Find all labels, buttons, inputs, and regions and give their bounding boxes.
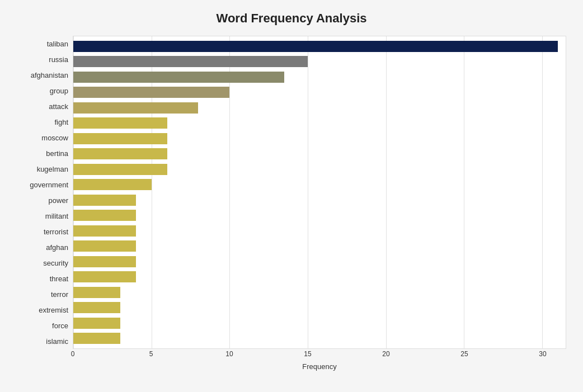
bar-row [73, 208, 566, 223]
y-label: bertina [17, 145, 73, 161]
bar-row [73, 101, 566, 115]
y-label: moscow [17, 130, 73, 145]
bar-row [73, 116, 566, 130]
y-label: extremist [17, 302, 73, 318]
y-labels: talibanrussiaafghanistangroupattackfight… [17, 36, 73, 349]
bar [73, 102, 198, 114]
bar-rows [73, 36, 566, 348]
bar-row [73, 162, 566, 177]
bars-section: talibanrussiaafghanistangroupattackfight… [17, 36, 566, 349]
y-label: fight [17, 114, 73, 130]
bar-row [73, 224, 566, 238]
y-label: islamic [17, 333, 73, 349]
bar [73, 72, 284, 83]
bar-row [73, 270, 566, 284]
bar-row [73, 193, 566, 207]
y-label: power [17, 192, 73, 208]
bar-row [73, 177, 566, 192]
chart-area: talibanrussiaafghanistangroupattackfight… [17, 36, 566, 350]
bar-row [73, 70, 566, 84]
bar [73, 41, 558, 52]
y-label: group [17, 83, 73, 98]
x-tick: 10 [225, 350, 233, 358]
bar [73, 133, 167, 144]
bar [73, 87, 229, 98]
bar [73, 256, 136, 267]
bar-row [73, 331, 566, 346]
bar [73, 271, 136, 282]
bar [73, 333, 120, 344]
bar-row [73, 54, 566, 69]
x-axis-label: Frequency [73, 362, 566, 371]
bar [73, 148, 167, 159]
y-label: taliban [17, 36, 73, 51]
bar [73, 225, 136, 237]
bar [73, 117, 167, 129]
bar [73, 302, 120, 313]
chart-title: Word Frequency Analysis [17, 11, 566, 26]
y-label: afghan [17, 239, 73, 255]
y-label: russia [17, 51, 73, 67]
bar-row [73, 316, 566, 330]
bar [73, 287, 120, 298]
bar [73, 179, 152, 190]
bar-row [73, 300, 566, 315]
bar [73, 164, 167, 175]
x-tick: 30 [539, 350, 546, 358]
bar-row [73, 131, 566, 146]
bar-row [73, 147, 566, 161]
x-tick: 15 [304, 350, 311, 358]
bar-row [73, 85, 566, 100]
bar-row [73, 254, 566, 269]
bar [73, 318, 120, 329]
y-label: terrorist [17, 224, 73, 239]
y-label: terror [17, 286, 73, 302]
y-label: afghanistan [17, 67, 73, 83]
y-label: attack [17, 98, 73, 114]
y-label: security [17, 255, 73, 271]
x-tick: 20 [382, 350, 389, 358]
bar [73, 56, 308, 67]
bar-row [73, 285, 566, 300]
x-tick: 0 [71, 350, 75, 358]
x-axis: 051015202530 Frequency [73, 349, 566, 371]
y-label: force [17, 318, 73, 333]
y-label: government [17, 177, 73, 192]
bar-row [73, 39, 566, 54]
x-ticks: 051015202530 [73, 349, 566, 360]
bar [73, 210, 136, 221]
x-tick: 5 [149, 350, 153, 358]
y-label: militant [17, 208, 73, 224]
y-label: kugelman [17, 161, 73, 177]
plot-area [73, 36, 566, 349]
bar-row [73, 239, 566, 253]
x-tick: 25 [460, 350, 468, 358]
bar [73, 240, 136, 252]
y-label: threat [17, 271, 73, 286]
bar [73, 195, 136, 206]
chart-container: Word Frequency Analysis talibanrussiaafg… [0, 0, 583, 392]
